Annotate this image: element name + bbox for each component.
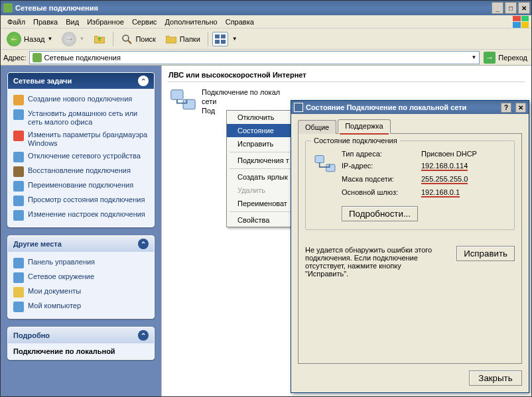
dialog-titlebar: Состояние Подключение по локальной сети … bbox=[291, 101, 529, 114]
panel-details: Подробно ⌃ Подключение по локальной bbox=[7, 327, 155, 360]
no-errors-text: Не удается обнаружить ошибки этого подкл… bbox=[305, 246, 446, 278]
sidebar-task-item[interactable]: Создание нового подключения bbox=[13, 93, 149, 107]
value-gateway: 192.168.0.1 bbox=[421, 188, 460, 198]
task-icon bbox=[13, 152, 24, 162]
chevron-up-icon: ⌃ bbox=[138, 76, 149, 86]
place-label: Сетевое окружение bbox=[28, 272, 94, 281]
search-label: Поиск bbox=[135, 35, 155, 43]
sidebar-place-item[interactable]: Панель управления bbox=[13, 256, 149, 270]
app-icon bbox=[3, 3, 13, 13]
status-dialog: Состояние Подключение по локальной сети … bbox=[291, 100, 529, 393]
svg-rect-3 bbox=[183, 99, 195, 109]
sidebar-task-item[interactable]: Отключение сетевого устройства bbox=[13, 150, 149, 164]
details-button[interactable]: Подробности... bbox=[342, 206, 418, 221]
address-value: Сетевые подключения bbox=[44, 54, 469, 62]
panel-network-tasks-header[interactable]: Сетевые задачи ⌃ bbox=[8, 73, 154, 89]
go-button[interactable]: → Переход bbox=[482, 51, 529, 64]
search-button[interactable]: Поиск bbox=[117, 31, 159, 47]
back-button[interactable]: ← Назад ▼ bbox=[3, 31, 56, 47]
panel-other-places-header[interactable]: Другие места ⌃ bbox=[8, 236, 154, 252]
menu-tools[interactable]: Сервис bbox=[128, 17, 161, 27]
sidebar-task-item[interactable]: Восстановление подключения bbox=[13, 164, 149, 179]
sidebar-place-item[interactable]: Мои документы bbox=[13, 285, 149, 300]
chevron-up-icon: ⌃ bbox=[138, 239, 149, 249]
task-label: Переименование подключения bbox=[28, 181, 133, 190]
folders-icon bbox=[165, 33, 177, 45]
panel-details-header[interactable]: Подробно ⌃ bbox=[8, 327, 154, 343]
value-address-type: Присвоен DHCP bbox=[421, 150, 477, 158]
menu-advanced[interactable]: Дополнительно bbox=[161, 17, 222, 27]
panel-title: Сетевые задачи bbox=[13, 77, 72, 85]
connection-state-group: Состояние подключения Тип адреса:Присвое… bbox=[305, 141, 515, 230]
address-label: Адрес: bbox=[3, 54, 27, 62]
place-icon bbox=[13, 258, 24, 268]
sidebar-task-item[interactable]: Просмотр состояния подключения bbox=[13, 194, 149, 208]
place-label: Панель управления bbox=[28, 258, 95, 266]
go-arrow-icon: → bbox=[484, 52, 496, 64]
address-combo[interactable]: Сетевые подключения ▼ bbox=[29, 51, 480, 64]
sidebar-place-item[interactable]: Мой компьютер bbox=[13, 300, 149, 314]
dialog-close-ok-button[interactable]: Закрыть bbox=[469, 370, 522, 386]
search-icon bbox=[121, 33, 133, 45]
task-label: Изменить параметры брандмауэра Windows bbox=[28, 131, 149, 148]
svg-rect-2 bbox=[171, 90, 183, 100]
go-label: Переход bbox=[498, 54, 527, 62]
toolbar: ← Назад ▼ → ▼ Поиск Папки ▼ bbox=[1, 28, 531, 50]
tab-support[interactable]: Поддержка bbox=[338, 119, 390, 134]
svg-rect-4 bbox=[315, 156, 324, 163]
up-button[interactable] bbox=[90, 31, 109, 47]
label-mask: Маска подсети: bbox=[342, 175, 421, 183]
sidebar-task-item[interactable]: Переименование подключения bbox=[13, 179, 149, 194]
panel-title: Другие места bbox=[13, 240, 62, 248]
sidebar-task-item[interactable]: Изменение настроек подключения bbox=[13, 208, 149, 223]
tab-page-support: Состояние подключения Тип адреса:Присвое… bbox=[298, 133, 522, 364]
task-icon bbox=[13, 181, 24, 192]
tab-general[interactable]: Общие bbox=[298, 120, 336, 134]
task-label: Изменение настроек подключения bbox=[28, 210, 145, 219]
dialog-icon bbox=[294, 103, 303, 112]
menubar: Файл Правка Вид Избранное Сервис Дополни… bbox=[1, 15, 531, 28]
windows-flag-icon bbox=[513, 16, 529, 28]
network-icon bbox=[314, 154, 336, 174]
chevron-up-icon: ⌃ bbox=[138, 330, 149, 341]
task-label: Создание нового подключения bbox=[28, 95, 132, 103]
address-icon bbox=[33, 53, 42, 62]
place-icon bbox=[13, 272, 24, 283]
label-gateway: Основной шлюз: bbox=[342, 188, 421, 196]
task-icon bbox=[13, 210, 24, 221]
close-button[interactable]: ✕ bbox=[518, 2, 530, 14]
value-mask: 255.255.255.0 bbox=[421, 175, 468, 184]
menu-help[interactable]: Справка bbox=[222, 17, 258, 27]
window-title: Сетевые подключения bbox=[15, 4, 98, 12]
views-button[interactable] bbox=[212, 32, 228, 46]
panel-title: Подробно bbox=[13, 331, 50, 339]
group-label: Состояние подключения bbox=[311, 137, 400, 144]
details-text: Подключение по локальной bbox=[13, 347, 149, 355]
dialog-title: Состояние Подключение по локальной сети bbox=[306, 103, 466, 111]
task-icon bbox=[13, 109, 24, 120]
folders-button[interactable]: Папки bbox=[162, 31, 204, 47]
connection-icon bbox=[168, 87, 198, 114]
maximize-button[interactable]: □ bbox=[505, 2, 517, 14]
forward-arrow-icon: → bbox=[62, 32, 76, 46]
place-label: Мой компьютер bbox=[28, 302, 81, 310]
task-icon bbox=[13, 166, 24, 177]
menu-favorites[interactable]: Избранное bbox=[83, 17, 128, 27]
sidebar-place-item[interactable]: Сетевое окружение bbox=[13, 270, 149, 285]
sidebar-task-item[interactable]: Установить домашнюю сеть или сеть малого… bbox=[13, 107, 149, 129]
panel-other-places: Другие места ⌃ Панель управленияСетевое … bbox=[7, 235, 155, 319]
dialog-close-button[interactable]: ✕ bbox=[515, 103, 526, 113]
task-icon bbox=[13, 95, 24, 105]
label-ip: IP-адрес: bbox=[342, 162, 421, 170]
menu-edit[interactable]: Правка bbox=[29, 17, 62, 27]
menu-file[interactable]: Файл bbox=[3, 17, 29, 27]
sidebar-task-item[interactable]: Изменить параметры брандмауэра Windows bbox=[13, 129, 149, 150]
dialog-help-button[interactable]: ? bbox=[501, 103, 511, 113]
task-label: Восстановление подключения bbox=[28, 166, 131, 175]
forward-button[interactable]: → ▼ bbox=[58, 31, 88, 47]
repair-button[interactable]: Исправить bbox=[456, 246, 515, 261]
panel-network-tasks: Сетевые задачи ⌃ Создание нового подключ… bbox=[7, 72, 155, 227]
titlebar: Сетевые подключения _ □ ✕ bbox=[1, 1, 531, 15]
minimize-button[interactable]: _ bbox=[492, 2, 503, 14]
menu-view[interactable]: Вид bbox=[62, 17, 83, 27]
